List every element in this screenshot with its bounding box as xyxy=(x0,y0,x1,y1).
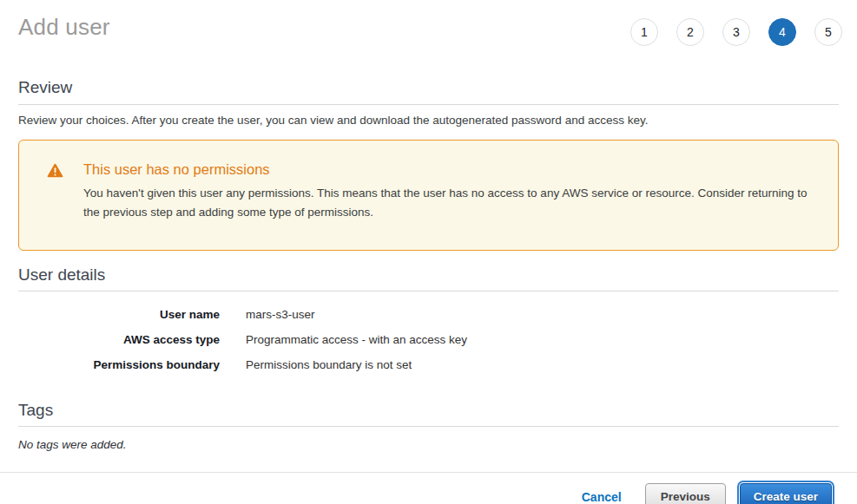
permissions-boundary-label: Permissions boundary xyxy=(18,358,220,371)
user-name-label: User name xyxy=(18,308,220,321)
page-header: Add user 1 2 3 4 5 xyxy=(0,0,857,46)
table-row: Permissions boundary Permissions boundar… xyxy=(18,352,839,377)
tags-section: Tags No tags were added. xyxy=(18,401,839,451)
main-content: Review Review your choices. After you cr… xyxy=(0,78,857,451)
step-2: 2 xyxy=(676,18,704,46)
step-3: 3 xyxy=(722,18,750,46)
wizard-footer: Cancel Previous Create user xyxy=(0,473,857,504)
warning-body: You haven't given this user any permissi… xyxy=(83,184,824,222)
table-row: User name mars-s3-user xyxy=(18,302,839,327)
tags-empty-message: No tags were added. xyxy=(18,438,839,451)
user-details-title: User details xyxy=(18,265,839,291)
create-user-button[interactable]: Create user xyxy=(740,483,832,504)
tags-section-title: Tags xyxy=(18,401,839,427)
warning-text: This user has no permissions You haven't… xyxy=(83,161,824,222)
no-permissions-warning: This user has no permissions You haven't… xyxy=(18,140,839,251)
user-details-rows: User name mars-s3-user AWS access type P… xyxy=(18,302,839,377)
cancel-button[interactable]: Cancel xyxy=(582,490,622,504)
warning-triangle-icon xyxy=(47,163,63,181)
user-name-value: mars-s3-user xyxy=(246,308,839,321)
review-section-title: Review xyxy=(18,78,839,105)
previous-button[interactable]: Previous xyxy=(645,483,726,504)
step-1: 1 xyxy=(630,18,658,46)
access-type-label: AWS access type xyxy=(18,333,220,346)
review-section: Review Review your choices. After you cr… xyxy=(18,78,839,251)
access-type-value: Programmatic access - with an access key xyxy=(246,333,839,346)
table-row: AWS access type Programmatic access - wi… xyxy=(18,327,839,352)
page-title: Add user xyxy=(18,14,110,41)
review-description: Review your choices. After you create th… xyxy=(18,114,839,127)
user-details-section: User details User name mars-s3-user AWS … xyxy=(18,265,839,377)
warning-title: This user has no permissions xyxy=(83,161,824,179)
step-indicator: 1 2 3 4 5 xyxy=(630,18,842,46)
step-5: 5 xyxy=(814,18,842,46)
step-4-active: 4 xyxy=(768,18,796,46)
permissions-boundary-value: Permissions boundary is not set xyxy=(246,358,839,371)
